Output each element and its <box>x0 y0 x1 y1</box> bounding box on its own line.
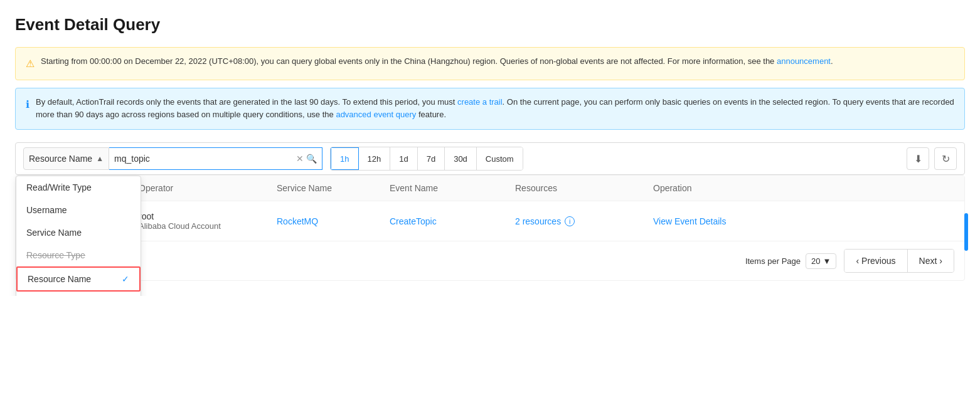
alert-blue: ℹ By default, ActionTrail records only t… <box>15 88 965 130</box>
alert-yellow: ⚠ Starting from 00:00:00 on December 22,… <box>15 47 965 80</box>
dropdown-item-accesskeyid[interactable]: AccessKey ID <box>16 292 141 296</box>
time-buttons: 1h 12h 1d 7d 30d Custom <box>330 147 523 171</box>
operator-sub: Alibaba Cloud Account <box>139 221 277 231</box>
scroll-indicator[interactable] <box>964 213 968 251</box>
create-trail-link[interactable]: create a trail <box>457 97 503 107</box>
prev-chevron-icon: ‹ <box>856 256 859 266</box>
previous-button[interactable]: ‹ Previous <box>844 250 907 272</box>
check-icon: ✓ <box>122 274 129 284</box>
time-btn-7d[interactable]: 7d <box>418 147 445 170</box>
col-header-resources: Resources <box>515 183 653 193</box>
col-header-service: Service Name <box>277 183 390 193</box>
dropdown-item-username[interactable]: Username <box>16 199 141 221</box>
per-page-value: 20 <box>811 256 820 266</box>
dropdown-item-resourcename[interactable]: Resource Name ✓ <box>16 266 141 292</box>
view-event-details-link[interactable]: View Event Details <box>653 216 726 226</box>
search-input-wrap: ✕ 🔍 <box>109 147 322 170</box>
cell-resources: 2 resources i <box>515 216 653 226</box>
cell-operation: View Event Details <box>653 216 954 226</box>
col-header-operator: Operator <box>139 183 277 193</box>
search-icon[interactable]: 🔍 <box>306 154 317 164</box>
col-header-event: Event Name <box>390 183 515 193</box>
refresh-button[interactable]: ↻ <box>934 147 957 170</box>
per-page-chevron-icon: ▼ <box>823 256 831 266</box>
items-per-page-label: Items per Page <box>745 256 801 266</box>
pagination-bar: Items per Page 20 ▼ ‹ Previous Next › <box>16 241 964 280</box>
per-page-select[interactable]: 20 ▼ <box>806 253 836 269</box>
next-chevron-icon: › <box>939 256 942 266</box>
cell-event-name: CreateTopic <box>390 216 515 226</box>
col-header-operation: Operation <box>653 183 954 193</box>
events-table: Operator Service Name Event Name Resourc… <box>15 175 965 281</box>
dropdown-item-label: Resource Type <box>26 250 85 260</box>
time-btn-custom[interactable]: Custom <box>477 147 523 170</box>
page-title: Event Detail Query <box>15 15 965 34</box>
next-label: Next <box>919 256 937 266</box>
cell-service-name: RocketMQ <box>277 216 390 226</box>
time-btn-12h[interactable]: 12h <box>359 147 391 170</box>
next-button[interactable]: Next › <box>908 250 954 272</box>
previous-label: Previous <box>861 256 895 266</box>
time-btn-30d[interactable]: 30d <box>445 147 477 170</box>
warning-icon: ⚠ <box>26 56 35 72</box>
dropdown-item-servicename[interactable]: Service Name <box>16 221 141 244</box>
filter-dropdown[interactable]: Resource Name ▲ <box>23 147 109 170</box>
refresh-icon: ↻ <box>942 153 950 165</box>
alert-yellow-text: Starting from 00:00:00 on December 22, 2… <box>41 55 833 68</box>
toolbar: Resource Name ▲ ✕ 🔍 1h 12h 1d 7d 30d Cus… <box>15 142 965 175</box>
table-header: Operator Service Name Event Name Resourc… <box>16 176 964 201</box>
filter-label: Resource Name <box>29 154 92 164</box>
dropdown-item-label: Service Name <box>26 228 82 238</box>
filter-dropdown-menu: Read/Write Type Username Service Name Re… <box>16 176 141 296</box>
time-btn-1d[interactable]: 1d <box>390 147 417 170</box>
operator-main: root <box>139 211 277 221</box>
table-row: root Alibaba Cloud Account RocketMQ Crea… <box>16 201 964 241</box>
dropdown-arrow-icon: ▲ <box>96 154 104 163</box>
items-per-page: Items per Page 20 ▼ <box>745 253 837 269</box>
clear-icon[interactable]: ✕ <box>296 154 304 164</box>
download-icon: ⬇ <box>914 153 922 165</box>
pagination-buttons: ‹ Previous Next › <box>844 249 954 273</box>
cell-operator: root Alibaba Cloud Account <box>139 211 277 231</box>
dropdown-item-label: Read/Write Type <box>26 182 92 192</box>
announcement-link[interactable]: announcement <box>777 56 831 66</box>
resources-info-icon[interactable]: i <box>565 216 575 226</box>
search-input[interactable] <box>114 154 296 164</box>
dropdown-item-label: Username <box>26 205 67 215</box>
advanced-event-query-link[interactable]: advanced event query <box>336 110 416 119</box>
dropdown-item-label: Resource Name <box>28 274 91 284</box>
alert-blue-text: By default, ActionTrail records only the… <box>36 96 954 122</box>
info-icon: ℹ <box>26 97 29 113</box>
time-btn-1h[interactable]: 1h <box>331 147 358 170</box>
resources-link[interactable]: 2 resources <box>515 216 561 226</box>
dropdown-item-readwrite[interactable]: Read/Write Type <box>16 176 141 199</box>
download-button[interactable]: ⬇ <box>907 147 929 170</box>
dropdown-item-resourcetype[interactable]: Resource Type <box>16 244 141 266</box>
